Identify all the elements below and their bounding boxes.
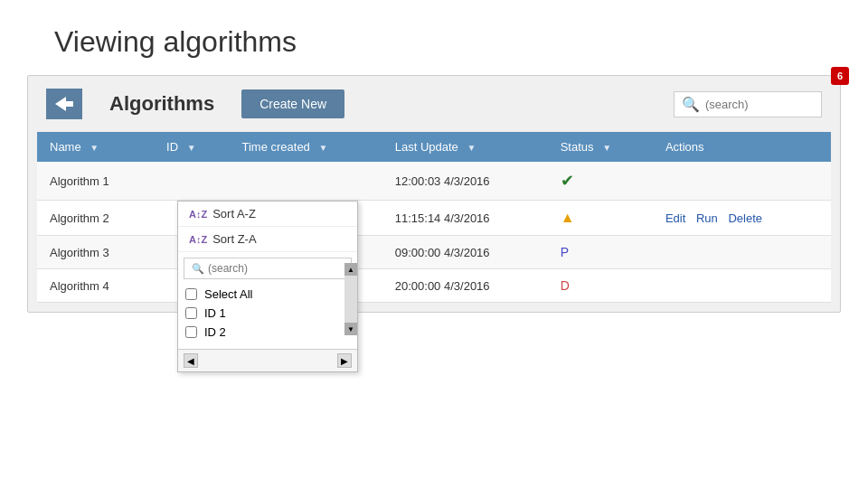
dropdown-search-icon: 🔍 — [192, 263, 204, 275]
page-title: Viewing algorithms — [0, 0, 868, 75]
dropdown-bottom-nav: ◀ ▶ — [178, 349, 357, 371]
row1-actions — [653, 162, 831, 201]
row2-actions: Edit Run Delete — [653, 201, 831, 236]
notification-badge: 6 — [831, 67, 849, 85]
delete-link[interactable]: Delete — [728, 211, 762, 225]
dropdown-checkbox-list: Select All ID 1 ID 2 — [178, 285, 357, 345]
sort-za-icon: A↕Z — [189, 234, 207, 245]
row1-status: ✔ — [548, 162, 653, 201]
algorithms-heading: Algorithms — [109, 92, 214, 116]
edit-link[interactable]: Edit — [665, 211, 685, 225]
select-all-label: Select All — [204, 287, 252, 301]
run-link[interactable]: Run — [696, 211, 718, 225]
option2-label: ID 2 — [204, 325, 226, 339]
col-name: Name ▼ — [37, 132, 154, 162]
search-box: 🔍 — [674, 91, 822, 117]
algorithms-table: Name ▼ ID ▼ Time created ▼ Last Update ▼ — [37, 132, 831, 303]
col-last-update: Last Update ▼ — [382, 132, 548, 162]
table-row: Algorithm 4 20:00:00 4/3/2016 D — [37, 269, 831, 303]
select-all-checkbox[interactable] — [185, 288, 197, 300]
option2-item[interactable]: ID 2 — [185, 323, 350, 342]
search-icon: 🔍 — [682, 96, 700, 113]
option1-checkbox[interactable] — [185, 307, 197, 319]
row3-actions — [653, 236, 831, 269]
col-status: Status ▼ — [548, 132, 653, 162]
option2-checkbox[interactable] — [185, 326, 197, 338]
dropdown-search-input[interactable] — [208, 262, 344, 275]
search-input[interactable] — [705, 98, 814, 111]
sort-za-label: Sort Z-A — [212, 232, 256, 246]
row3-name: Algorithm 3 — [37, 236, 154, 269]
col-actions: Actions — [653, 132, 831, 162]
main-container: 6 Algorithms Create New 🔍 Name ▼ — [27, 75, 841, 313]
id-filter-icon[interactable]: ▼ — [187, 143, 196, 153]
create-new-button[interactable]: Create New — [241, 89, 344, 118]
status-check-icon: ✔ — [561, 172, 574, 190]
status-warning-icon: ▲ — [561, 210, 575, 225]
table-row: Algorithm 3 09:00:00 4/3/2016 P — [37, 236, 831, 269]
scrollbar-down-btn[interactable]: ▼ — [344, 323, 357, 335]
row4-last-update: 20:00:00 4/3/2016 — [382, 269, 548, 303]
time-filter-icon[interactable]: ▼ — [318, 143, 327, 153]
table-row: Algorithm 2 11:15:14 4/3/2016 ▲ Edit Run… — [37, 201, 831, 236]
table-wrapper: Name ▼ ID ▼ Time created ▼ Last Update ▼ — [37, 132, 831, 303]
row3-last-update: 09:00:00 4/3/2016 — [382, 236, 548, 269]
select-all-item[interactable]: Select All — [185, 285, 350, 304]
table-row: Algorithm 1 12:00:03 4/3/2016 ✔ — [37, 162, 831, 201]
back-button[interactable] — [46, 89, 82, 119]
id-filter-dropdown: A↕Z Sort A-Z A↕Z Sort Z-A 🔍 Select All I… — [177, 201, 358, 372]
col-id: ID ▼ — [154, 132, 229, 162]
toolbar: Algorithms Create New 🔍 — [28, 76, 840, 132]
name-filter-icon[interactable]: ▼ — [90, 143, 99, 153]
sort-az-icon: A↕Z — [189, 209, 207, 220]
row4-actions — [653, 269, 831, 303]
row1-id — [154, 162, 229, 201]
sort-za-option[interactable]: A↕Z Sort Z-A — [178, 227, 357, 252]
option1-item[interactable]: ID 1 — [185, 304, 350, 323]
dropdown-scrollbar: ▲ ▼ — [344, 263, 357, 335]
option1-label: ID 1 — [204, 306, 226, 320]
row4-status: D — [548, 269, 653, 303]
update-filter-icon[interactable]: ▼ — [467, 143, 476, 153]
row2-last-update: 11:15:14 4/3/2016 — [382, 201, 548, 236]
row1-last-update: 12:00:03 4/3/2016 — [382, 162, 548, 201]
row1-time-created — [229, 162, 382, 201]
scroll-right-btn[interactable]: ▶ — [337, 353, 352, 368]
row2-status: ▲ — [548, 201, 653, 236]
scrollbar-up-btn[interactable]: ▲ — [344, 263, 357, 276]
col-time-created: Time created ▼ — [229, 132, 382, 162]
dropdown-search-row: 🔍 — [184, 258, 352, 279]
row4-name: Algorithm 4 — [37, 269, 154, 303]
status-p-icon: P — [561, 245, 569, 259]
row2-name: Algorithm 2 — [37, 201, 154, 236]
status-d-icon: D — [561, 278, 570, 293]
svg-marker-0 — [55, 97, 73, 111]
scroll-left-btn[interactable]: ◀ — [184, 353, 198, 368]
row3-status: P — [548, 236, 653, 269]
sort-az-label: Sort A-Z — [212, 207, 256, 221]
status-filter-icon[interactable]: ▼ — [602, 143, 611, 153]
row1-name: Algorithm 1 — [37, 162, 154, 201]
sort-az-option[interactable]: A↕Z Sort A-Z — [178, 202, 357, 227]
